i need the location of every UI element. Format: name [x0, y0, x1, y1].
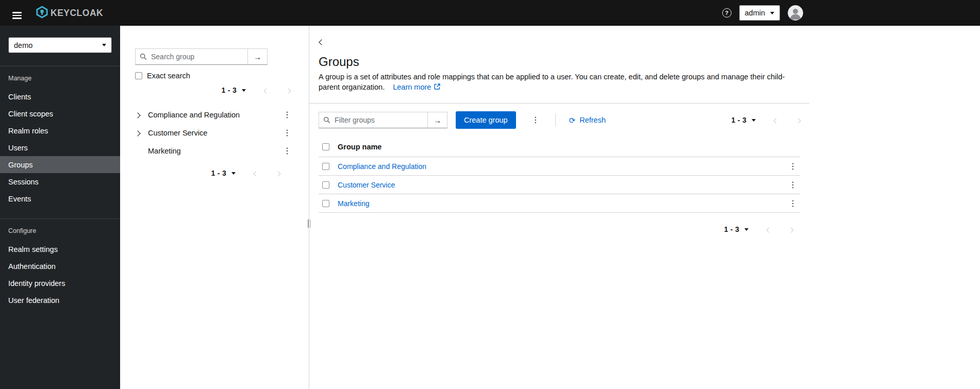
pagination-range-dropdown[interactable]: 1 - 3 — [221, 86, 246, 94]
pagination-range-dropdown[interactable]: 1 - 3 — [724, 225, 749, 233]
toolbar-kebab-button[interactable]: ⋮ — [529, 115, 542, 125]
help-icon: ? — [722, 8, 732, 18]
pagination-range: 1 - 3 — [724, 225, 739, 233]
description-text: A group is a set of attributes and role … — [319, 73, 785, 91]
tree-item-marketing[interactable]: Marketing ⋮ — [120, 142, 309, 160]
kebab-menu-button[interactable]: ⋮ — [281, 146, 293, 156]
filter-submit-button[interactable]: → — [427, 112, 447, 128]
masthead-actions: ? admin — [722, 0, 804, 26]
group-search-group: → — [135, 48, 268, 65]
configure-nav-list: Realm settings Authentication Identity p… — [0, 241, 120, 309]
row-kebab-button[interactable]: ⋮ — [787, 180, 799, 190]
pagination-prev-button[interactable] — [774, 116, 778, 124]
exact-search-option[interactable]: Exact search — [135, 72, 292, 80]
group-tree-list: Compliance and Regulation ⋮ Customer Ser… — [120, 106, 309, 160]
collapse-panel-button[interactable] — [320, 38, 324, 46]
group-search-input[interactable] — [135, 48, 248, 65]
pagination-next-button[interactable] — [287, 87, 290, 94]
row-checkbox[interactable] — [322, 200, 329, 207]
nav-toggle-button[interactable] — [5, 2, 29, 24]
sidebar-item-user-federation[interactable]: User federation — [0, 292, 120, 309]
search-icon — [323, 116, 330, 125]
chevron-right-icon — [276, 171, 281, 176]
groups-table: Group name Compliance and Regulation ⋮ C… — [319, 137, 800, 213]
refresh-button[interactable]: ⟳ Refresh — [569, 116, 606, 124]
tree-search-area: → Exact search — [120, 48, 309, 80]
group-link[interactable]: Compliance and Regulation — [338, 162, 426, 171]
pagination-prev-button[interactable] — [254, 170, 258, 177]
kebab-menu-button[interactable]: ⋮ — [281, 110, 293, 120]
learn-more-label: Learn more — [393, 82, 431, 92]
expand-chevron-icon[interactable] — [136, 129, 148, 137]
sidebar-item-users[interactable]: Users — [0, 139, 120, 156]
sidebar-item-events[interactable]: Events — [0, 190, 120, 207]
pagination-range-dropdown[interactable]: 1 - 3 — [211, 169, 236, 177]
sidebar-item-groups[interactable]: Groups — [0, 156, 120, 173]
row-checkbox[interactable] — [322, 181, 329, 189]
table-row[interactable]: Marketing ⋮ — [319, 194, 800, 213]
groups-toolbar: → Create group ⋮ ⟳ Refresh 1 - 3 — [319, 104, 800, 137]
arrow-right-icon: → — [434, 116, 441, 125]
learn-more-link[interactable]: Learn more — [393, 82, 440, 92]
nav-section-manage: Manage Clients Client scopes Realm roles… — [0, 66, 120, 207]
sidebar-item-client-scopes[interactable]: Client scopes — [0, 105, 120, 122]
pagination-next-button[interactable] — [789, 226, 793, 233]
avatar[interactable] — [788, 5, 803, 21]
sidebar-item-realm-roles[interactable]: Realm roles — [0, 122, 120, 139]
table-pagination-bottom: 1 - 3 — [319, 225, 800, 233]
page-title: Groups — [319, 55, 800, 69]
chevron-down-icon — [231, 172, 236, 175]
sidebar-item-identity-providers[interactable]: Identity providers — [0, 275, 120, 292]
sidebar-item-realm-settings[interactable]: Realm settings — [0, 241, 120, 258]
row-kebab-button[interactable]: ⋮ — [787, 161, 799, 172]
kebab-menu-button[interactable]: ⋮ — [281, 128, 293, 138]
exact-search-label: Exact search — [147, 72, 190, 80]
chevron-left-icon — [767, 227, 772, 232]
toolbar-divider — [555, 114, 556, 126]
exact-search-checkbox[interactable] — [135, 72, 142, 79]
chevron-down-icon — [752, 119, 756, 122]
help-button[interactable]: ? — [722, 8, 732, 18]
page-description: A group is a set of attributes and role … — [319, 72, 789, 92]
row-checkbox[interactable] — [322, 163, 329, 170]
pagination-next-button[interactable] — [796, 116, 800, 124]
chevron-left-icon — [319, 39, 324, 45]
chevron-left-icon — [254, 171, 259, 176]
row-kebab-button[interactable]: ⋮ — [787, 198, 799, 209]
group-link[interactable]: Customer Service — [338, 181, 395, 189]
table-row[interactable]: Customer Service ⋮ — [319, 176, 800, 194]
search-icon — [140, 53, 147, 62]
pagination-next-button[interactable] — [276, 170, 280, 177]
group-link[interactable]: Marketing — [338, 199, 369, 208]
tree-item-customer-service[interactable]: Customer Service ⋮ — [120, 124, 309, 142]
search-submit-button[interactable]: → — [247, 48, 268, 65]
keycloak-logo: KEYCLOAK — [35, 5, 103, 21]
sidebar-item-authentication[interactable]: Authentication — [0, 258, 120, 275]
pagination-range-dropdown[interactable]: 1 - 3 — [731, 116, 756, 124]
tree-pagination-bottom: 1 - 3 — [120, 160, 309, 177]
table-pagination-top: 1 - 3 — [731, 116, 800, 124]
chevron-right-icon — [789, 227, 794, 232]
realm-selector[interactable]: demo — [8, 37, 112, 53]
filter-groups-input[interactable] — [319, 112, 428, 128]
panel-resize-handle[interactable] — [308, 219, 310, 228]
tree-item-label: Marketing — [148, 147, 181, 155]
chevron-down-icon — [744, 228, 749, 231]
refresh-icon: ⟳ — [569, 116, 576, 124]
external-link-icon — [434, 82, 440, 92]
sidebar-item-sessions[interactable]: Sessions — [0, 173, 120, 190]
select-all-checkbox[interactable] — [322, 143, 329, 150]
pagination-prev-button[interactable] — [767, 226, 771, 233]
chevron-down-icon — [102, 44, 106, 46]
create-group-button[interactable]: Create group — [456, 111, 516, 129]
user-menu-dropdown[interactable]: admin — [739, 5, 780, 21]
user-menu-label: admin — [745, 9, 766, 17]
pagination-prev-button[interactable] — [264, 87, 268, 94]
refresh-label: Refresh — [579, 116, 606, 124]
tree-item-compliance-and-regulation[interactable]: Compliance and Regulation ⋮ — [120, 106, 309, 124]
sidebar-item-clients[interactable]: Clients — [0, 88, 120, 105]
pagination-range: 1 - 3 — [731, 116, 746, 124]
expand-chevron-icon[interactable] — [136, 111, 148, 119]
table-row[interactable]: Compliance and Regulation ⋮ — [319, 157, 800, 176]
chevron-down-icon — [242, 89, 246, 92]
